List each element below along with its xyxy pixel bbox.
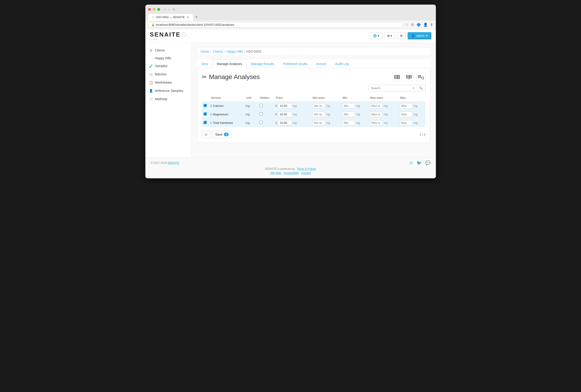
info-icon-calcium[interactable]: ℹ [210, 104, 212, 108]
search-row: ✕ 🔍 [202, 85, 426, 91]
update-icon[interactable]: ⬆ [430, 22, 433, 27]
min-input-total-hardness[interactable] [342, 120, 355, 125]
search-go-button[interactable]: 🔍 [416, 85, 425, 91]
svg-rect-1 [395, 75, 396, 79]
footer-brand-link[interactable]: SENAITE [168, 161, 179, 165]
breadcrumb-happy-hills[interactable]: Happy Hills [226, 50, 243, 53]
hidden-checkbox-magnesium[interactable] [260, 112, 263, 116]
settings-icon: ⚙ [400, 34, 403, 37]
min-warn-unit-calcium: mg [326, 104, 330, 108]
tab-published-results[interactable]: Published results [278, 59, 312, 68]
info-icon-total-hardness[interactable]: ℹ [210, 121, 212, 125]
sidebar-item-worksheets[interactable]: 📋 Worksheets [145, 78, 191, 87]
sidebar-item-batches[interactable]: ◫ Batches [145, 70, 191, 78]
footer-plone-python-link[interactable]: Plone & Python [297, 167, 316, 171]
sidebar-happy-hills-label: Happy Hills [155, 56, 171, 60]
maximize-dot[interactable] [157, 8, 160, 11]
search-clear-button[interactable]: ✕ [410, 85, 416, 91]
price-input-magnesium[interactable] [278, 112, 292, 117]
github-icon[interactable]: ⊙ [410, 160, 413, 166]
barcode-search-button[interactable] [416, 73, 426, 81]
unit-cell-magnesium: mg [244, 110, 258, 119]
min-warn-input-total-hardness[interactable] [312, 120, 325, 125]
sidebar-item-samples[interactable]: 🧪 Samples [145, 62, 191, 70]
url-input[interactable]: 🔒 localhost:8080/senaite/clients/client-… [148, 22, 404, 27]
row-checkbox-total-hardness[interactable] [204, 121, 207, 124]
tab-audit-log[interactable]: Audit Log [331, 59, 353, 68]
save-count-badge: 3 [224, 133, 229, 136]
row-checkbox-magnesium[interactable] [204, 112, 207, 116]
service-name-calcium: Calcium [213, 104, 224, 108]
gear-button[interactable]: ⚙ [397, 32, 406, 39]
min-warn-input-magnesium[interactable] [312, 112, 325, 117]
extensions-icon[interactable]: ⚙ [411, 22, 414, 27]
service-cell-magnesium: ℹ Magnesium [208, 110, 244, 119]
sidebar-batches-label: Batches [155, 72, 167, 76]
search-input[interactable] [369, 85, 410, 91]
min-input-calcium[interactable] [342, 103, 355, 108]
save-button[interactable]: Save 3 [212, 131, 232, 138]
sidebar-item-clients[interactable]: ⊞ Clients [145, 46, 191, 54]
senaite-icon[interactable]: 🔷 [416, 22, 421, 27]
footer-sitemap-link[interactable]: Site Map [270, 172, 281, 175]
breadcrumb-sep-1: / [211, 50, 212, 53]
user-icon: 👤 [411, 34, 415, 37]
max-input-magnesium[interactable] [400, 112, 412, 117]
tab-view[interactable]: View [197, 59, 212, 68]
table-row: ℹ Calcium mg € [202, 102, 426, 110]
globe-button[interactable]: 🌐 ▾ [370, 32, 382, 39]
grid-icon: ⊞ [387, 34, 390, 37]
min-cell-total-hardness: mg [340, 119, 368, 127]
chevron-icon: › [153, 57, 154, 59]
user-avatar-icon[interactable]: 👤 [423, 22, 428, 27]
admin-button[interactable]: 👤 admin ▾ [408, 32, 431, 39]
price-input-calcium[interactable] [278, 103, 292, 108]
max-warn-input-calcium[interactable] [370, 103, 382, 108]
bookmark-icon[interactable]: ☆ [405, 22, 408, 27]
max-warn-input-total-hardness[interactable] [370, 120, 382, 125]
chat-icon[interactable]: 💬 [425, 160, 430, 166]
svg-rect-7 [406, 75, 407, 79]
browser-tab[interactable]: ⬡ H2O-0002 — SENAITE ✕ [148, 14, 193, 20]
min-input-magnesium[interactable] [342, 112, 355, 117]
tab-manage-analyses[interactable]: Manage Analyses [212, 59, 247, 68]
info-icon-magnesium[interactable]: ℹ [210, 113, 212, 116]
tab-close-button[interactable]: ✕ [186, 15, 189, 19]
grid-chevron-icon: ▾ [390, 34, 392, 37]
sidebar-item-happy-hills[interactable]: › Happy Hills [145, 54, 191, 62]
min-cell-calcium: mg [340, 102, 368, 110]
row-checkbox-calcium[interactable] [204, 104, 207, 107]
barcode-label-button[interactable]: |||| [404, 73, 414, 81]
cancel-button[interactable]: ⊘ [202, 131, 210, 138]
max-warn-input-magnesium[interactable] [370, 112, 382, 117]
breadcrumb-home[interactable]: Home [201, 50, 209, 53]
tab-manage-results[interactable]: Manage Results [246, 59, 278, 68]
barcode-print-button[interactable] [392, 73, 402, 81]
close-dot[interactable] [148, 8, 151, 11]
footer-contact-link[interactable]: Contact [301, 172, 311, 175]
forward-button[interactable]: › [168, 7, 171, 12]
max-input-total-hardness[interactable] [400, 120, 412, 125]
tab-invoice[interactable]: Invoice [312, 59, 331, 68]
sidebar-item-reference-samples[interactable]: 👤 Reference Samples [145, 87, 191, 95]
breadcrumb-clients[interactable]: Clients [213, 50, 223, 53]
svg-point-20 [421, 77, 424, 79]
minimize-dot[interactable] [153, 8, 156, 11]
price-input-total-hardness[interactable] [278, 120, 292, 125]
sidebar-item-methods[interactable]: 📄 Methods [145, 95, 191, 103]
col-min-warn: Min warn [310, 94, 340, 102]
hidden-checkbox-total-hardness[interactable] [260, 121, 263, 124]
back-button[interactable]: ‹ [164, 7, 167, 12]
hidden-checkbox-calcium[interactable] [260, 104, 263, 107]
refresh-button[interactable]: ↻ [172, 7, 175, 11]
new-tab-button[interactable]: + [194, 14, 200, 20]
min-warn-cell-total-hardness: mg [310, 119, 340, 127]
logo-lims: LIMS [150, 38, 158, 40]
max-input-calcium[interactable] [400, 103, 412, 108]
service-name-magnesium: Magnesium [213, 113, 228, 116]
row-checkbox-cell [202, 110, 208, 119]
min-warn-input-calcium[interactable] [312, 103, 325, 108]
grid-button[interactable]: ⊞ ▾ [384, 32, 395, 39]
footer-accessibility-link[interactable]: Accessibility [284, 172, 298, 175]
twitter-icon[interactable]: 🐦 [416, 160, 422, 166]
